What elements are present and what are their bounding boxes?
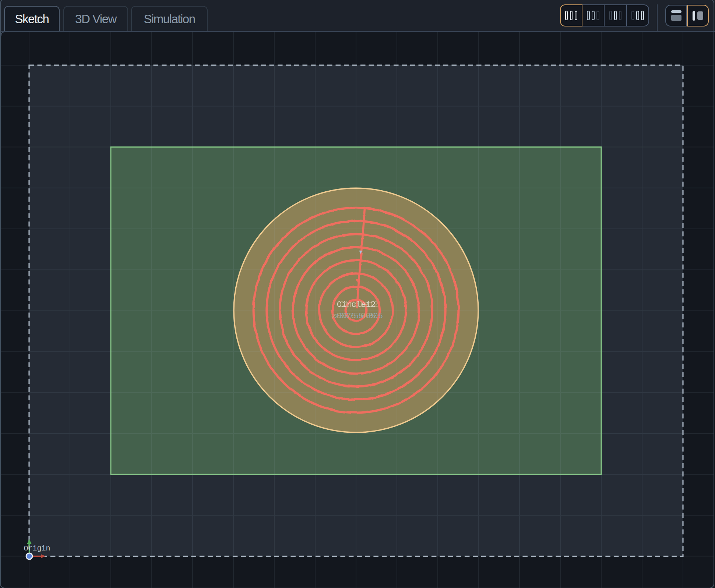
svg-text:Origin: Origin (24, 544, 50, 553)
svg-text:z00755→005: z00755→005 (334, 312, 383, 321)
svg-text:Circle12: Circle12 (337, 300, 376, 309)
